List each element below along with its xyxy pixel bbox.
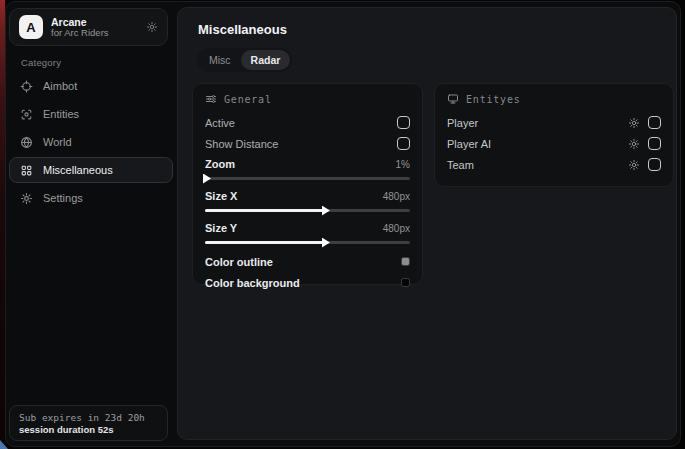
app-title: Arcane <box>51 16 109 28</box>
page-title: Miscellaneous <box>198 22 287 37</box>
sidebar-item-settings[interactable]: Settings <box>9 185 173 211</box>
setting-row-color-outline: Color outline <box>205 251 410 272</box>
player-ai-checkbox[interactable] <box>648 137 661 150</box>
sidebar-item-label: Settings <box>43 192 83 204</box>
sidebar: A Arcane for Arc Riders Category <box>6 2 176 446</box>
setting-row-show-distance: Show Distance <box>205 133 410 154</box>
setting-row-size-x: Size X 480px <box>205 187 410 212</box>
setting-label: Color outline <box>205 256 273 268</box>
entity-label: Team <box>447 159 474 171</box>
sidebar-item-label: Aimbot <box>43 80 77 92</box>
general-card: General Active Show Distance Zoom 1% <box>192 83 423 285</box>
zoom-slider[interactable] <box>205 177 410 180</box>
sliders-icon <box>205 93 217 105</box>
sub-expires-text: Sub expires in 23d 20h <box>19 412 158 423</box>
sidebar-nav: Aimbot Entities World <box>9 73 173 213</box>
setting-label: Zoom <box>205 158 235 170</box>
zoom-value: 1% <box>396 159 410 170</box>
setting-label: Color background <box>205 277 300 289</box>
setting-row-color-background: Color background <box>205 272 410 293</box>
setting-label: Active <box>205 117 235 129</box>
entity-label: Player AI <box>447 138 491 150</box>
team-checkbox[interactable] <box>648 158 661 171</box>
size-y-value: 480px <box>383 223 410 234</box>
setting-label: Size Y <box>205 222 237 234</box>
grid-icon <box>20 164 33 177</box>
active-checkbox[interactable] <box>397 116 410 129</box>
gear-icon[interactable] <box>628 159 640 171</box>
size-x-slider[interactable] <box>205 209 410 212</box>
general-card-header: General <box>205 93 410 105</box>
sidebar-item-aimbot[interactable]: Aimbot <box>9 73 173 99</box>
category-label: Category <box>21 57 61 68</box>
slider-thumb[interactable] <box>322 206 330 216</box>
app-names: Arcane for Arc Riders <box>51 16 109 39</box>
session-duration-text: session duration 52s <box>19 424 158 435</box>
sidebar-item-label: World <box>43 136 72 148</box>
setting-label: Size X <box>205 190 237 202</box>
show-distance-checkbox[interactable] <box>397 137 410 150</box>
entity-row-team: Team <box>447 154 661 175</box>
color-background-swatch[interactable] <box>401 278 410 287</box>
app-logo: A <box>19 15 43 39</box>
entity-row-player: Player <box>447 112 661 133</box>
main-panel: Miscellaneous Misc Radar General Active <box>177 7 677 440</box>
size-x-value: 480px <box>383 191 410 202</box>
app-subtitle: for Arc Riders <box>51 28 109 39</box>
slider-fill <box>205 209 324 212</box>
slider-thumb[interactable] <box>203 174 211 184</box>
entity-label: Player <box>447 117 478 129</box>
scan-icon <box>20 108 33 121</box>
slider-thumb[interactable] <box>322 238 330 248</box>
general-card-title: General <box>224 94 272 105</box>
sidebar-item-miscellaneous[interactable]: Miscellaneous <box>9 157 173 183</box>
color-outline-swatch[interactable] <box>401 257 410 266</box>
entities-card: Entityes Player Player AI <box>434 83 674 187</box>
sidebar-item-entities[interactable]: Entities <box>9 101 173 127</box>
globe-icon <box>20 136 33 149</box>
app-window: A Arcane for Arc Riders Category <box>5 1 681 447</box>
tab-bar: Misc Radar <box>197 48 292 72</box>
entities-card-title: Entityes <box>466 94 521 105</box>
monitor-icon <box>447 93 459 105</box>
setting-row-size-y: Size Y 480px <box>205 219 410 244</box>
setting-row-zoom: Zoom 1% <box>205 155 410 180</box>
sidebar-item-world[interactable]: World <box>9 129 173 155</box>
gear-icon <box>20 192 33 205</box>
gear-icon[interactable] <box>146 21 158 33</box>
entities-card-header: Entityes <box>447 93 661 105</box>
gear-icon[interactable] <box>628 117 640 129</box>
size-y-slider[interactable] <box>205 241 410 244</box>
tab-radar[interactable]: Radar <box>241 50 291 70</box>
setting-label: Show Distance <box>205 138 278 150</box>
sidebar-item-label: Miscellaneous <box>43 164 113 176</box>
tab-misc[interactable]: Misc <box>199 50 241 70</box>
subscription-card: Sub expires in 23d 20h session duration … <box>9 405 168 441</box>
gear-icon[interactable] <box>628 138 640 150</box>
sidebar-item-label: Entities <box>43 108 79 120</box>
player-checkbox[interactable] <box>648 116 661 129</box>
app-header-card: A Arcane for Arc Riders <box>9 8 168 46</box>
entity-row-player-ai: Player AI <box>447 133 661 154</box>
crosshair-icon <box>20 80 33 93</box>
slider-fill <box>205 241 324 244</box>
setting-row-active: Active <box>205 112 410 133</box>
